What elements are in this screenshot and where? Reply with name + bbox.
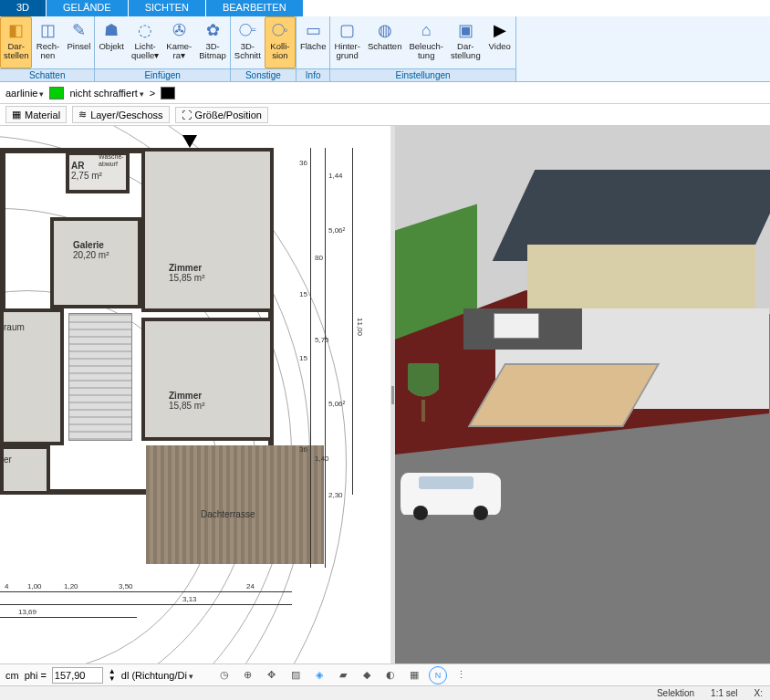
label-ar: AR2,75 m² <box>71 161 102 181</box>
kollision-button[interactable]: ⧂Kolli- sion <box>265 16 296 68</box>
flaeche-button[interactable]: ▭Fläche <box>297 16 330 68</box>
darstellung-button[interactable]: ▣Dar- stellung <box>447 16 484 68</box>
dim-b4: 3,50 <box>119 582 133 590</box>
dim-r4: 5,75 <box>315 336 329 344</box>
car <box>401 473 501 515</box>
3d-view[interactable] <box>395 126 770 663</box>
globe-icon[interactable]: ⊕ <box>239 666 257 684</box>
hintergrund-button[interactable]: ▢Hinter- grund <box>330 16 364 68</box>
room-galerie[interactable] <box>50 217 141 308</box>
layers-icon-2[interactable]: ◆ <box>358 666 376 684</box>
property-bar: ▦ Material ≋ Layer/Geschoss ⛶ Größe/Posi… <box>0 104 770 126</box>
bitmap3d-label: 3D- Bitmap <box>199 42 226 60</box>
beleuchtung-button[interactable]: ⌂Beleuch- tung <box>405 16 447 68</box>
linestyle-label[interactable]: aarlinie <box>5 88 44 99</box>
status-ratio: 1:1 sel <box>711 688 737 698</box>
dim-w: 13,69 <box>18 608 36 616</box>
dim-r5: 5,06² <box>328 400 345 408</box>
solid-icon[interactable]: ▰ <box>334 666 352 684</box>
darstellen-label: Dar- stellen <box>4 42 28 60</box>
north-icon[interactable]: N <box>429 666 447 684</box>
darstellen-button[interactable]: ◧Dar- stellen <box>0 16 32 68</box>
schatten-button[interactable]: ◍Schatten <box>364 16 406 68</box>
screen-icon: ▣ <box>455 20 475 40</box>
tab-strip: 3D GELÄNDE SICHTEN BEARBEITEN <box>0 0 770 16</box>
clock-icon[interactable]: ◷ <box>215 666 234 684</box>
tab-sichten[interactable]: SICHTEN <box>129 0 205 16</box>
tab-bearbeiten[interactable]: BEARBEITEN <box>206 0 303 16</box>
size-label: Größe/Position <box>195 110 262 120</box>
wire-icon[interactable]: ◈ <box>310 666 328 684</box>
hatch-label[interactable]: nicht schraffiert <box>69 88 143 99</box>
bottom-toolbar: cm phi = ▲▼ dl (Richtung/Di ◷ ⊕ ✥ ▨ ◈ ▰ … <box>0 663 770 685</box>
grid-icon[interactable]: ▦ <box>405 666 423 684</box>
color-swatch-1[interactable] <box>49 87 64 99</box>
material-icon: ▦ <box>12 109 21 120</box>
size-position-button[interactable]: ⛶ Größe/Position <box>175 107 268 123</box>
frame-icon: ▢ <box>338 20 358 40</box>
tab-gelaende[interactable]: GELÄNDE <box>47 0 128 16</box>
layer-button[interactable]: ≋ Layer/Geschoss <box>72 106 169 123</box>
dim-l3: 15 <box>299 354 307 362</box>
section-marker-icon[interactable] <box>182 135 197 148</box>
label-wasche: Wäsche- abwurf <box>99 153 124 167</box>
hintergrund-label: Hinter- grund <box>334 42 360 60</box>
house-upper <box>527 245 755 308</box>
bitmap3d-button[interactable]: ✿3D- Bitmap <box>195 16 230 68</box>
tab-3d[interactable]: 3D <box>0 0 46 16</box>
snap-dropdown[interactable]: dl (Richtung/Di <box>121 670 193 681</box>
more-icon[interactable]: ⋮ <box>453 666 471 684</box>
dim-l1: 36 <box>299 159 307 167</box>
dim-r6: 1,40 <box>315 454 329 463</box>
dim-b1: 4 <box>5 582 8 590</box>
lichtquelle-button[interactable]: ◌Licht- quelle▾ <box>128 16 162 68</box>
label-zimmer2: Zimmer15,85 m² <box>169 391 204 411</box>
flaeche-label: Fläche <box>300 42 327 51</box>
area-icon: ▭ <box>303 20 323 40</box>
objekt-button[interactable]: ☗Objekt <box>95 16 127 68</box>
lichtquelle-label: Licht- quelle▾ <box>131 42 159 60</box>
rechnen-label: Rech- nen <box>36 42 59 60</box>
group-schatten: Schatten <box>0 68 94 81</box>
chair-icon: ☗ <box>101 20 121 40</box>
video-label: Video <box>489 42 511 51</box>
material-button[interactable]: ▦ Material <box>5 106 67 123</box>
arrow-label[interactable]: > <box>150 88 155 99</box>
dim-b5: 24 <box>246 582 255 590</box>
rechnen-button[interactable]: ◫Rech- nen <box>32 16 63 68</box>
house-icon: ⌂ <box>416 20 436 40</box>
camera-icon: ✇ <box>169 20 189 40</box>
dim-r3: 80 <box>315 254 323 262</box>
kamera-button[interactable]: ✇Kame- ra▾ <box>162 16 195 68</box>
paint-icon[interactable]: ▨ <box>286 666 305 684</box>
room-er[interactable] <box>0 445 50 495</box>
toggle-icon[interactable]: ◐ <box>381 666 400 684</box>
dim-r7: 2,30 <box>328 491 343 499</box>
schnitt3d-button[interactable]: ⧃3D- Schnitt <box>231 16 265 68</box>
play-icon: ▶ <box>490 20 510 40</box>
layer-label: Layer/Geschoss <box>90 110 162 120</box>
pinsel-button[interactable]: ✎Pinsel <box>63 16 94 68</box>
stairs[interactable] <box>68 313 132 441</box>
deck-terrace[interactable] <box>146 445 324 564</box>
floorplan-view[interactable]: AR2,75 m² Wäsche- abwurf Galerie20,20 m²… <box>0 126 390 663</box>
phi-input[interactable] <box>52 667 103 684</box>
objekt-label: Objekt <box>99 42 123 51</box>
beleuchtung-label: Beleuch- tung <box>409 42 443 60</box>
label-er: er <box>4 454 12 465</box>
status-x: X: <box>754 688 763 698</box>
dim-l2: 15 <box>299 290 307 298</box>
unit-label[interactable]: cm <box>5 670 19 681</box>
sectR-icon: ⧂ <box>270 20 290 40</box>
color-swatch-2[interactable] <box>161 87 175 99</box>
status-selektion: Selektion <box>657 688 694 698</box>
room-zimmer-bottom[interactable] <box>141 318 274 441</box>
cursor-icon[interactable]: ✥ <box>263 666 281 684</box>
phi-label: phi = <box>25 670 47 681</box>
dim-b3: 1,20 <box>64 582 78 590</box>
video-button[interactable]: ▶Video <box>484 16 515 68</box>
room-zimmer-top[interactable] <box>141 148 274 312</box>
group-info: Info <box>297 68 330 81</box>
kollision-label: Kolli- sion <box>270 42 289 60</box>
spinner-icon[interactable]: ▲▼ <box>109 668 116 683</box>
